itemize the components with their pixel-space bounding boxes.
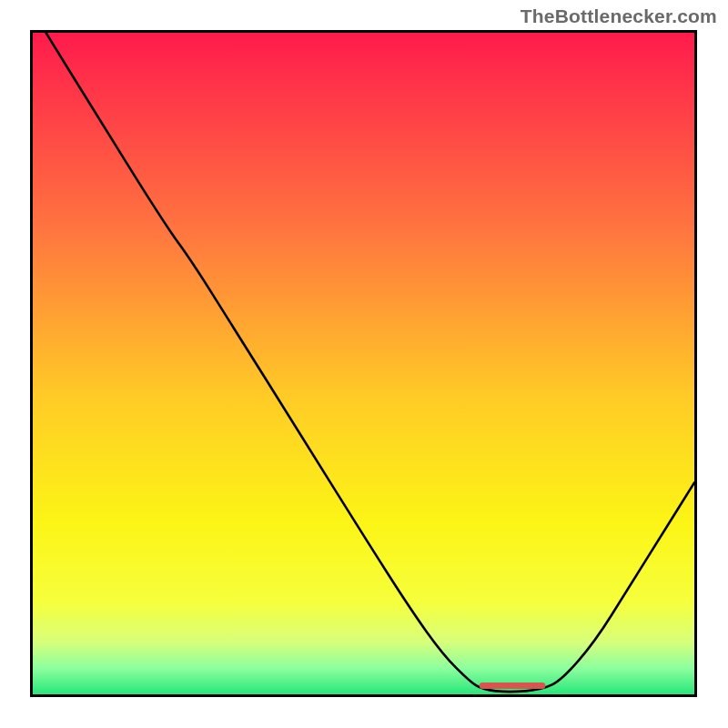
chart-canvas <box>33 33 694 694</box>
watermark-text: TheBottlenecker.com <box>521 5 717 27</box>
chart-gradient-background <box>33 33 694 694</box>
minimum-marker <box>480 682 546 689</box>
